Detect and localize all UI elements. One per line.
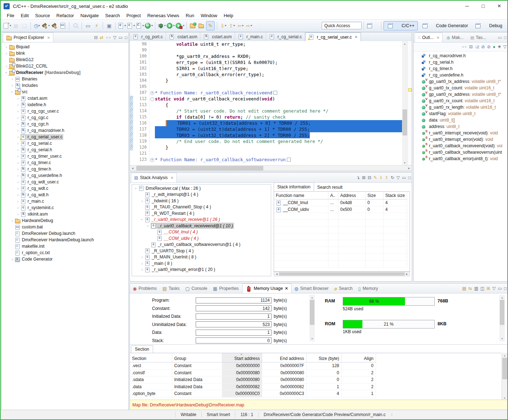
view-menu-icon[interactable]: ▽ [396, 175, 400, 180]
dropdown-arrow-icon[interactable]: ▾ [251, 24, 252, 27]
ram-rom-scrollbar[interactable]: ▲ ▼ [499, 295, 505, 341]
editor-tab-r-cg-serial-user-c[interactable]: r_cg_serial_user.c✕ [305, 33, 361, 41]
close-tab-icon[interactable]: ✕ [355, 35, 357, 39]
section-row-constf[interactable]: .constfConstant0x000000800x0000008002 [130, 370, 501, 377]
code-line-107[interactable]: 107+* Function Name: r_uart0_callback_re… [130, 90, 402, 96]
twisty-icon[interactable]: › [15, 148, 20, 152]
twisty-icon[interactable]: › [10, 89, 14, 94]
menu-help[interactable]: Help [220, 13, 236, 18]
tab-memory-usage[interactable]: Memory Usage✕ [242, 283, 291, 293]
tab-search[interactable]: ⌀Search [331, 284, 355, 293]
maximize-window-button[interactable]: □ [475, 1, 491, 11]
stack-tree-item-r-wdt-restart-4[interactable]: _R_WDT_Restart ( 4 ) [132, 210, 271, 217]
close-icon[interactable]: ✕ [436, 36, 439, 40]
tree-item-r-cg-wdt-h[interactable]: ›r_cg_wdt.h [2, 192, 128, 198]
occurrence-marker[interactable] [408, 88, 412, 92]
tree-item-r-cg-timer-c[interactable]: ›r_cg_timer.c [2, 159, 128, 166]
tree-item-r-cg-timer-h[interactable]: ›r_cg_timer.h [2, 166, 128, 172]
tree-item-makefile-init[interactable]: makefile.init [2, 243, 128, 249]
outline-item-g-uart0-rx-length[interactable]: Vg_uart0_rx_length : volatile uint16_t [414, 104, 508, 110]
minimize-icon[interactable]: ▭ [402, 175, 406, 180]
code-line-99[interactable]: 99 [130, 47, 402, 53]
tree-item-blinkg12[interactable]: BlinkG12 [2, 56, 128, 63]
close-tab-icon[interactable]: ✕ [285, 286, 288, 291]
back-history-icon[interactable]: ⇦▾ [236, 21, 244, 30]
dropdown-arrow-icon[interactable]: ▾ [124, 24, 126, 27]
outline-item-r-uart0-callback-receiveend-void[interactable]: Sr_uart0_callback_receiveend(void) : voi [414, 143, 508, 149]
stack-tree-item-main-8[interactable]: ›_main ( 8 ) [132, 260, 271, 267]
code-editor[interactable]: 98 volatile uint8_t err_type;99100 *gp_u… [130, 41, 402, 165]
code-line-113[interactable]: 113 { [130, 102, 402, 108]
generate-code-icon[interactable]: ▾ [145, 21, 153, 30]
tree-item-r-cg-serial-user-c[interactable]: ›r_cg_serial_user.c [2, 134, 128, 140]
new-cpp-source-file-icon[interactable]: ▾ [127, 21, 135, 30]
twisty-icon[interactable]: › [15, 103, 20, 107]
twisty-icon[interactable]: › [140, 199, 145, 203]
editor-tab-r-cg-port-c[interactable]: r_cg_port.c [130, 33, 166, 41]
build-icon[interactable]: ▾ [41, 21, 50, 30]
stack-tree-item-r-uart0-callback-softwareoverrun-1-4[interactable]: _r_uart0_callback_softwareoverrun@1 ( 4 … [132, 242, 271, 248]
code-line-103[interactable]: 103 r_uart0_callback_error(err_type); [130, 71, 402, 78]
quick-access-input[interactable]: Quick Access [322, 22, 362, 29]
run-icon[interactable]: ▾ [166, 21, 175, 30]
refresh-icon[interactable]: ⇆ [468, 286, 472, 291]
tree-item-r-cg-cgc-c[interactable]: ›r_cg_cgc.c [2, 114, 128, 121]
code-line-114[interactable]: 114 /* Start user code. Do not edit comm… [130, 108, 402, 114]
memory-box-icon[interactable]: ▣ [105, 21, 113, 30]
code-line-105[interactable]: 105 [130, 84, 402, 90]
view-menu-icon[interactable]: ▽ [113, 35, 116, 40]
minimize-icon[interactable]: ▭ [118, 35, 122, 40]
close-window-button[interactable]: × [491, 1, 507, 11]
code-line-101[interactable]: 101 err_type = (uint8_t)(SSR01 & 0x0007U… [130, 59, 402, 65]
outline-item-data[interactable]: data : uint8_t[] [414, 117, 508, 123]
tree-item-hardwaredebug[interactable]: ›HardwareDebug [2, 217, 128, 224]
column-header-section[interactable]: Section [130, 353, 172, 362]
stack-tree-item-hdwinit-16[interactable]: ›_hdwinit ( 16 ) [132, 198, 271, 204]
outline-item-r-uart0-callback-error-uint8-t[interactable]: Sr_uart0_callback_error(uint8_t) : void [414, 155, 508, 162]
tab-search-result[interactable]: Search result [314, 183, 346, 191]
twisty-icon[interactable]: › [15, 193, 20, 197]
twisty-icon[interactable]: › [4, 51, 9, 55]
twisty-icon[interactable]: › [15, 180, 20, 184]
menu-project[interactable]: Project [123, 13, 144, 18]
code-line-116[interactable]: 116 TDR01 = (uint32_t)data[address + 0] … [130, 120, 402, 126]
outline-item-r-uart0-interrupt-error-void[interactable]: Sr_uart0_interrupt_error(void) : void [414, 136, 508, 143]
hide-fields-icon[interactable]: ⊘ [481, 44, 485, 49]
open-perspective-icon[interactable] [366, 21, 379, 30]
tree-item-blink[interactable]: ›blink [2, 50, 128, 56]
new-terminal-icon[interactable]: ▭ [84, 21, 92, 30]
filters-icon[interactable]: ∘∘ [461, 44, 467, 49]
twisty-icon[interactable]: › [15, 141, 20, 145]
twisty-icon[interactable]: › [146, 223, 150, 228]
stack-tree-item-r-uart0-stop-4[interactable]: _R_UART0_Stop ( 4 ) [132, 248, 271, 254]
tree-item-includes[interactable]: ›Includes [2, 82, 128, 89]
close-icon[interactable]: ✕ [47, 36, 50, 40]
forward-history-icon[interactable]: ⇨▾ [245, 21, 253, 30]
column-header-align[interactable]: Align [342, 353, 376, 362]
tree-item-src[interactable]: ›src [2, 89, 128, 95]
fold-column[interactable]: - [149, 96, 155, 102]
stack-tree-item-dmxreceiver-cal-max-26[interactable]: ›DmxReceiver.cal ( Max : 26 ) [132, 185, 271, 192]
save-icon[interactable]: ▦ [12, 21, 20, 30]
stack-tree-item-r-main-userinit-8[interactable]: ›_R_MAIN_UserInit ( 8 ) [132, 254, 271, 261]
tree-item-biquad[interactable]: ›Biquad [2, 44, 128, 50]
tree-item-stkinit-asm[interactable]: ›stkinit.asm [2, 211, 128, 217]
twisty-icon[interactable]: › [10, 77, 15, 81]
dropdown-arrow-icon[interactable]: ▾ [234, 24, 235, 27]
tree-item-dmxreceiver-hardwaredebug-launch[interactable]: DmxReceiver HardwareDebug.launch [2, 237, 128, 243]
twisty-icon[interactable]: › [15, 186, 20, 191]
fold-expand-icon[interactable]: + [150, 91, 154, 95]
move-up-icon[interactable]: ⇧ [385, 175, 389, 180]
twisty-icon[interactable]: › [15, 115, 20, 120]
tab-console[interactable]: ▢Console [182, 284, 210, 293]
tree-item-binaries[interactable]: ›Binaries [2, 76, 128, 82]
outline-item-startflag[interactable]: VstartFlag : volatile uint8_t [414, 110, 508, 117]
editor-tab-cstart-asm[interactable]: cstart.asm [166, 33, 200, 41]
refresh-icon[interactable]: ↻ [391, 175, 394, 180]
section-row-option-byte[interactable]: .option_byteConstant0x000000C00x000000C3… [130, 390, 501, 397]
run-configuration-icon[interactable]: ▾ [175, 21, 184, 30]
view-menu-icon[interactable]: ▽ [492, 286, 495, 291]
twisty-icon[interactable]: › [15, 206, 20, 210]
twisty-icon[interactable]: › [15, 212, 20, 216]
tab-stack-analysis[interactable]: ▤ Stack Analysis ✕ [131, 173, 177, 182]
